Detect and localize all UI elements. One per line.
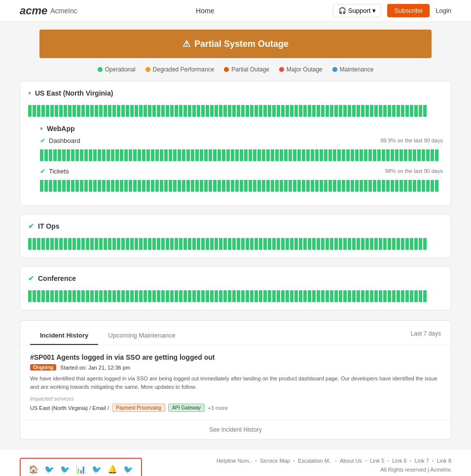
conference-bar xyxy=(28,288,443,302)
tickets-uptime: 98% on the last 90 days xyxy=(385,168,443,174)
tag-api-gateway[interactable]: API Gateway xyxy=(168,404,205,412)
nav-right: 🎧 Support ▾ Subscribe Login xyxy=(333,4,451,17)
impacted-location: US East (North Virginia) / Email / xyxy=(30,405,109,411)
partial-outage-dot xyxy=(224,67,229,72)
footer-social-box: 🏠 🐦 🐦 📊 🐦 🔔 🐦 Unsubscribe xyxy=(20,458,142,476)
chevron-down-icon: ▾ xyxy=(372,7,376,14)
footer-icons: 🏠 🐦 🐦 📊 🐦 🔔 🐦 xyxy=(29,465,133,474)
footer-link-6[interactable]: Link 6 xyxy=(392,458,406,464)
section-title-us-east: US East (North Virginia) xyxy=(35,89,113,97)
section-us-east: ▾ US East (North Virginia) ▾ WebApp ✔ Da… xyxy=(20,81,451,206)
support-button[interactable]: 🎧 Support ▾ xyxy=(333,4,382,17)
subscribe-button[interactable]: Subscribe xyxy=(387,4,430,17)
tickets-status-icon: ✔ xyxy=(40,167,46,175)
legend-maintenance: Maintenance xyxy=(332,66,374,73)
itops-status-icon: ✔ xyxy=(28,222,34,230)
footer-link-escalation[interactable]: Escalation M.. xyxy=(298,458,332,464)
tabs-filter[interactable]: Last 7 days xyxy=(411,330,441,342)
legend-major-outage: Major Outage xyxy=(279,66,323,73)
section-header-itops: ✔ IT Ops xyxy=(28,222,443,230)
itops-bar xyxy=(28,236,443,250)
footer: 🏠 🐦 🐦 📊 🐦 🔔 🐦 Unsubscribe Helpline Num..… xyxy=(0,449,471,476)
chart-icon[interactable]: 📊 xyxy=(76,465,86,474)
footer-link-5[interactable]: Link 5 xyxy=(370,458,384,464)
twitter-icon-4[interactable]: 🐦 xyxy=(123,465,133,474)
tab-upcoming-maintenance[interactable]: Upcoming Maintenance xyxy=(98,327,185,345)
login-link[interactable]: Login xyxy=(435,7,451,14)
tab-incident-history[interactable]: Incident History xyxy=(30,327,98,345)
footer-copyright: All Rights reserved | AcmeInc xyxy=(217,467,451,473)
maintenance-dot xyxy=(332,67,337,72)
main-nav: Home xyxy=(196,7,214,15)
subsection-webapp: ▾ WebApp ✔ Dashboard 99.9% on the last 9… xyxy=(40,125,443,192)
collapse-icon: ▾ xyxy=(28,90,31,97)
see-incident-link[interactable]: See incident History xyxy=(20,420,451,439)
headset-icon: 🎧 xyxy=(338,7,346,14)
incident-description: We have identified that agents logged in… xyxy=(30,374,441,391)
nav-home[interactable]: Home xyxy=(196,7,214,15)
home-icon[interactable]: 🏠 xyxy=(29,465,38,474)
header: acme AcmeInc Home 🎧 Support ▾ Subscribe … xyxy=(0,0,471,22)
incident-title: #SP001 Agents logged in via SSO are gett… xyxy=(30,353,441,361)
incident-started: Started on: Jan 21, 12:36 pm xyxy=(60,365,130,371)
major-outage-dot xyxy=(279,67,284,72)
dashboard-status-icon: ✔ xyxy=(40,136,46,144)
bell-icon[interactable]: 🔔 xyxy=(108,465,117,474)
warning-icon: ⚠ xyxy=(182,38,190,49)
banner-text: Partial System Outage xyxy=(194,39,289,49)
webapp-header[interactable]: ▾ WebApp xyxy=(40,125,443,133)
footer-links: Helpline Num.. • Service Map • Escalatio… xyxy=(217,458,451,464)
dashboard-header: ✔ Dashboard 99.9% on the last 90 days xyxy=(40,136,443,144)
company-name: AcmeInc xyxy=(50,7,77,15)
incident-card: #SP001 Agents logged in via SSO are gett… xyxy=(20,345,451,420)
legend-operational: Operational xyxy=(98,66,136,73)
impacted-tags: US East (North Virginia) / Email / Payme… xyxy=(30,404,441,412)
service-tickets: ✔ Tickets 98% on the last 90 days xyxy=(40,167,443,192)
footer-right: Helpline Num.. • Service Map • Escalatio… xyxy=(217,458,451,473)
dashboard-name: ✔ Dashboard xyxy=(40,136,80,144)
status-legend: Operational Degraded Performance Partial… xyxy=(0,58,471,81)
twitter-icon-1[interactable]: 🐦 xyxy=(44,465,54,474)
ongoing-badge: Ongoing xyxy=(30,364,56,371)
logo: acme xyxy=(20,4,47,17)
impacted-label: Impacted services xyxy=(30,396,441,402)
service-dashboard: ✔ Dashboard 99.9% on the last 90 days xyxy=(40,136,443,161)
main-content: ▾ US East (North Virginia) ▾ WebApp ✔ Da… xyxy=(0,81,471,449)
logo-area: acme AcmeInc xyxy=(20,4,77,17)
footer-link-about[interactable]: About Us xyxy=(340,458,362,464)
section-conference: ✔ Conference xyxy=(20,266,451,310)
legend-partial-outage: Partial Outage xyxy=(224,66,269,73)
conference-status-icon: ✔ xyxy=(28,274,34,282)
dashboard-uptime: 99.9% on the last 90 days xyxy=(380,137,443,143)
more-tags: +3 more xyxy=(208,405,228,411)
legend-degraded: Degraded Performance xyxy=(145,66,215,73)
degraded-dot xyxy=(145,67,150,72)
footer-link-service-map[interactable]: Service Map xyxy=(260,458,290,464)
twitter-icon-3[interactable]: 🐦 xyxy=(92,465,102,474)
tickets-bar xyxy=(40,178,443,192)
dashboard-bar xyxy=(40,147,443,161)
tabs-header: Incident History Upcoming Maintenance La… xyxy=(20,321,451,345)
operational-dot xyxy=(98,67,103,72)
section-header-us-east[interactable]: ▾ US East (North Virginia) xyxy=(28,89,443,97)
incident-meta: Ongoing Started on: Jan 21, 12:36 pm xyxy=(30,364,441,371)
webapp-title: WebApp xyxy=(47,125,75,133)
tickets-header: ✔ Tickets 98% on the last 90 days xyxy=(40,167,443,175)
footer-link-8[interactable]: Link 8 xyxy=(437,458,451,464)
tabs-nav: Incident History Upcoming Maintenance xyxy=(30,327,185,345)
conference-title: Conference xyxy=(38,274,76,282)
status-banner: ⚠ Partial System Outage xyxy=(39,30,432,58)
webapp-collapse-icon: ▾ xyxy=(40,126,43,132)
tabs-section: Incident History Upcoming Maintenance La… xyxy=(20,320,451,440)
tickets-name: ✔ Tickets xyxy=(40,167,69,175)
footer-link-helpline[interactable]: Helpline Num.. xyxy=(217,458,252,464)
twitter-icon-2[interactable]: 🐦 xyxy=(60,465,70,474)
us-east-bar xyxy=(28,103,443,117)
tag-payment-processing[interactable]: Payment Processing xyxy=(112,404,165,412)
section-itops: ✔ IT Ops xyxy=(20,214,451,258)
itops-title: IT Ops xyxy=(38,222,60,230)
section-header-conference: ✔ Conference xyxy=(28,274,443,282)
footer-link-7[interactable]: Link 7 xyxy=(414,458,429,464)
